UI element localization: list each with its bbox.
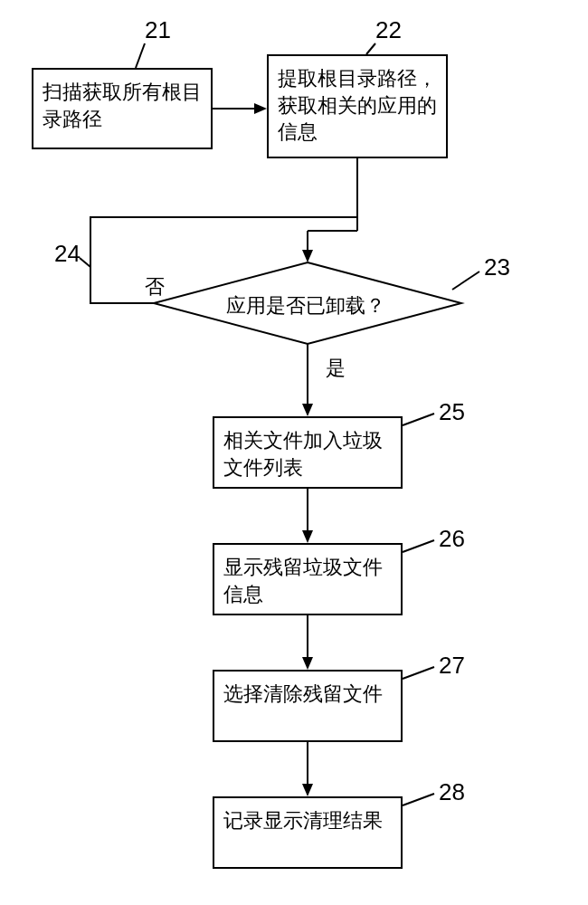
svg-line-6 <box>403 540 434 552</box>
svg-line-8 <box>403 794 434 805</box>
flowchart-canvas: 21 22 23 24 25 26 27 28 扫描获取所有根目录路径 提取根目… <box>0 0 588 905</box>
svg-line-1 <box>136 43 145 68</box>
svg-line-4 <box>80 258 90 267</box>
svg-line-7 <box>403 667 434 679</box>
svg-line-3 <box>452 272 479 290</box>
arrows-layer <box>0 0 588 905</box>
svg-line-2 <box>366 43 375 54</box>
svg-line-5 <box>403 414 434 425</box>
